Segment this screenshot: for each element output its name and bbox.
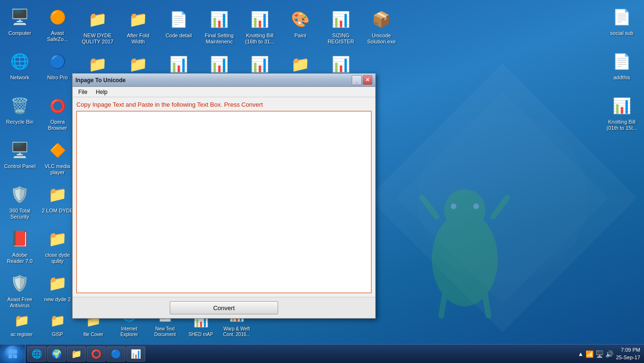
desktop-icon-adobe-reader[interactable]: 📕 Adobe Reader 7.0 (1, 225, 39, 268)
taskbar-item-opera[interactable]: ⭕ (87, 346, 106, 362)
top-icons-row1: 📁 NEW DYDE QULITY 2017 📁 After Fold Widt… (75, 2, 404, 51)
minimize-button[interactable]: _ (352, 75, 362, 85)
taskbar-clock: 7:09 PM 25-Sep-17 (616, 346, 640, 361)
inpage-text-input[interactable] (76, 111, 372, 293)
svg-line-5 (441, 286, 446, 316)
convert-button[interactable]: Convert (170, 301, 278, 314)
desktop-icon-nitro-pro[interactable]: 🔵 Nitro Pro (39, 48, 76, 90)
desktop-icon-network[interactable]: 🌐 Network (1, 48, 39, 90)
second-column-icons: 🟠 Avast SafeZo... 🔵 Nitro Pro ⭕ Opera Br… (38, 2, 77, 313)
desktop-icon-final-setting[interactable]: 📊 Final Setting Maintenenc (200, 6, 238, 48)
clock-date: 25-Sep-17 (616, 354, 640, 361)
svg-rect-10 (13, 350, 17, 354)
window-footer: Convert (73, 297, 375, 318)
desktop-icon-360-security[interactable]: 🛡️ 360 Total Security (1, 181, 39, 223)
svg-rect-12 (13, 355, 17, 358)
svg-point-7 (451, 203, 456, 209)
tray-monitor-icon: 🖥️ (595, 350, 603, 358)
desktop-icon-paint[interactable]: 🎨 Paint (281, 6, 319, 48)
svg-line-6 (484, 286, 488, 316)
window-content: Copy Inpage Text and Paste in the follow… (73, 97, 375, 297)
start-button[interactable] (0, 345, 25, 363)
tray-volume-icon: 🔊 (605, 350, 613, 358)
taskbar-item-app6[interactable]: 📊 (126, 346, 145, 362)
svg-rect-9 (8, 350, 12, 354)
desktop: 📁 NEW DYDE QULITY 2017 📁 After Fold Widt… (0, 0, 644, 363)
svg-point-8 (473, 203, 479, 209)
desktop-icon-after-fold[interactable]: 📁 After Fold Width (119, 6, 157, 48)
taskbar-tray: ▲ 📶 🖥️ 🔊 (578, 350, 613, 358)
window-menubar: File Help (73, 87, 375, 97)
menu-help[interactable]: Help (92, 88, 111, 96)
desktop-icon-vlc[interactable]: 🔶 VLC media player (39, 136, 76, 179)
desktop-icon-knotting-16[interactable]: 📊 Knotting Bill (16th to 31... (241, 6, 279, 48)
taskbar-item-browser2[interactable]: 🌍 (47, 346, 66, 362)
svg-line-4 (493, 198, 507, 217)
tray-arrow[interactable]: ▲ (578, 351, 584, 357)
desktop-icon-avast-safezone[interactable]: 🟠 Avast SafeZo... (39, 3, 76, 46)
taskbar-item-chrome[interactable]: 🔵 (107, 346, 125, 362)
desktop-icon-social-sub[interactable]: 📄 social sub (603, 3, 641, 46)
desktop-icon-recycle-bin[interactable]: 🗑️ Recycle Bin (1, 92, 39, 135)
taskbar-right: ▲ 📶 🖥️ 🔊 7:09 PM 25-Sep-17 (574, 345, 644, 363)
desktop-icon-code-detail[interactable]: 📄 Code detail (160, 6, 198, 48)
desktop-icon-opera-browser[interactable]: ⭕ Opera Browser (39, 92, 76, 135)
left-column-icons: 🖥️ Computer 🌐 Network 🗑️ Recycle Bin 🖥️ … (0, 2, 40, 313)
clock-time: 7:09 PM (616, 346, 640, 354)
window-title: Inpage To Unicode (75, 77, 352, 84)
right-icons: 📄 social sub 📄 addthis 📊 Knotting Bill (… (602, 2, 642, 135)
desktop-icon-control-panel[interactable]: 🖥️ Control Panel (1, 136, 39, 179)
window-controls: _ ✕ (352, 75, 372, 85)
desktop-icon-ac-register[interactable]: 📁 ac register (5, 309, 39, 339)
desktop-icon-close-dyde[interactable]: 📁 close dyde qulity (39, 225, 76, 268)
taskbar: 🌐 🌍 📁 ⭕ 🔵 📊 ▲ 📶 🖥️ 🔊 7:09 PM 25-Sep-17 (0, 344, 644, 363)
tray-network-icon: 📶 (586, 350, 594, 358)
svg-line-3 (422, 198, 437, 217)
start-orb (4, 346, 21, 363)
svg-point-0 (418, 113, 587, 283)
svg-point-2 (444, 189, 486, 231)
desktop-icon-unicode-solution[interactable]: 📦 Unicode Solution.exe (363, 6, 400, 48)
desktop-icon-new-dyde-2017[interactable]: 📁 NEW DYDE QULITY 2017 (79, 6, 116, 48)
taskbar-item-ie[interactable]: 🌐 (27, 346, 46, 362)
desktop-icon-sizing-register[interactable]: 📊 SIZING REGISTER (322, 6, 360, 48)
desktop-icon-knotting-01[interactable]: 📊 Knotting Bill (01th to 15t... (603, 92, 641, 135)
svg-rect-11 (8, 355, 12, 358)
taskbar-item-explorer[interactable]: 📁 (67, 346, 86, 362)
desktop-icon-gisp[interactable]: 📁 GISP (41, 309, 74, 339)
desktop-icon-2lom-dyde[interactable]: 📁 2 LOM DYDE (39, 181, 76, 223)
desktop-icon-addthis[interactable]: 📄 addthis (603, 48, 641, 90)
taskbar-items: 🌐 🌍 📁 ⭕ 🔵 📊 (25, 345, 574, 363)
desktop-icon-computer[interactable]: 🖥️ Computer (1, 3, 39, 46)
menu-file[interactable]: File (74, 88, 91, 96)
svg-point-1 (432, 212, 498, 306)
inpage-to-unicode-window: Inpage To Unicode _ ✕ File Help Copy Inp… (72, 73, 376, 319)
instruction-text: Copy Inpage Text and Paste in the follow… (76, 101, 372, 108)
close-button[interactable]: ✕ (363, 75, 372, 85)
window-titlebar: Inpage To Unicode _ ✕ (73, 74, 375, 87)
